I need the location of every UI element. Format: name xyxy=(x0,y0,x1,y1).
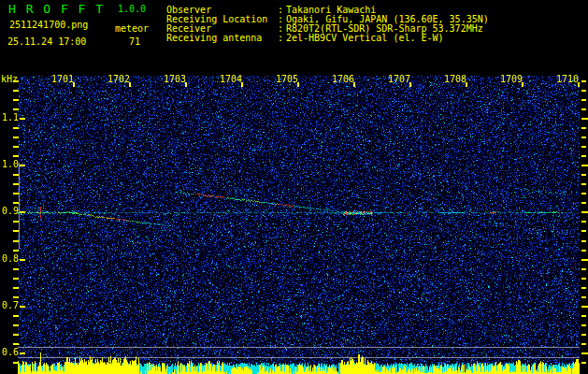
station-label: Receiving antenna xyxy=(166,34,278,43)
freq-tick-label: 0.6 xyxy=(0,348,19,357)
freq-axis-unit: kHz xyxy=(1,74,18,84)
freq-major-tick-right xyxy=(581,211,588,213)
station-value: 2el-HB9CV Vertical (el. E-W) xyxy=(286,34,444,43)
freq-minor-tick-right xyxy=(581,90,586,92)
freq-major-tick-right xyxy=(581,352,588,354)
mode-label: meteor xyxy=(115,23,149,34)
freq-minor-tick-right xyxy=(581,268,586,270)
colon: : xyxy=(278,34,286,43)
freq-minor-tick-right xyxy=(581,240,586,242)
freq-tick-label: 0.9 xyxy=(0,207,19,216)
station-info: Observer:Takanori Kawachi Receiving Loca… xyxy=(166,6,489,43)
freq-minor-tick-right xyxy=(581,155,586,157)
freq-major-tick-right xyxy=(581,259,588,261)
freq-tick-label: 0.8 xyxy=(0,254,19,264)
freq-minor-tick-right xyxy=(581,183,586,185)
freq-major-tick-right xyxy=(581,118,588,120)
freq-minor-tick-right xyxy=(581,230,586,232)
freq-minor-tick-right xyxy=(581,296,586,298)
echo-count: 71 xyxy=(129,36,140,47)
freq-tick-label: 1.0 xyxy=(0,160,19,169)
freq-minor-tick-right xyxy=(581,362,586,364)
freq-minor-tick-right xyxy=(581,287,586,289)
freq-minor-tick-right xyxy=(581,315,586,317)
output-filename: 2511241700.png xyxy=(9,20,88,30)
freq-minor-tick-right xyxy=(581,137,586,138)
hrofft-screen: H R O F F T 1.0.0 2511241700.png meteor … xyxy=(0,0,588,374)
timestamp: 25.11.24 17:00 xyxy=(7,36,86,47)
freq-minor-tick-right xyxy=(581,193,586,194)
spectrogram-canvas xyxy=(18,76,580,374)
app-version: 1.0.0 xyxy=(118,4,146,14)
freq-minor-tick-right xyxy=(581,108,586,110)
freq-minor-tick-right xyxy=(581,202,586,204)
freq-minor-tick-right xyxy=(581,146,586,148)
station-label: Receiving Location xyxy=(166,15,278,24)
station-row-antenna: Receiving antenna:2el-HB9CV Vertical (el… xyxy=(166,34,489,43)
freq-major-tick-right xyxy=(581,306,588,308)
freq-tick-label: 0.7 xyxy=(0,301,19,310)
freq-minor-tick-right xyxy=(581,99,586,101)
freq-minor-tick-right xyxy=(581,250,586,252)
station-label: Receiver xyxy=(166,24,278,34)
freq-minor-tick-right xyxy=(581,334,586,336)
freq-tick-label: 1.1 xyxy=(0,113,19,122)
freq-minor-tick-right xyxy=(581,127,586,129)
freq-minor-tick-right xyxy=(581,278,586,280)
freq-minor-tick-right xyxy=(581,174,586,176)
freq-minor-tick-right xyxy=(581,221,586,223)
freq-minor-tick-right xyxy=(581,343,586,345)
freq-minor-tick-right xyxy=(581,80,586,82)
station-label: Observer xyxy=(166,6,278,15)
freq-minor-tick-right xyxy=(581,324,586,326)
freq-major-tick-right xyxy=(581,165,588,166)
app-title: H R O F F T xyxy=(8,2,105,16)
